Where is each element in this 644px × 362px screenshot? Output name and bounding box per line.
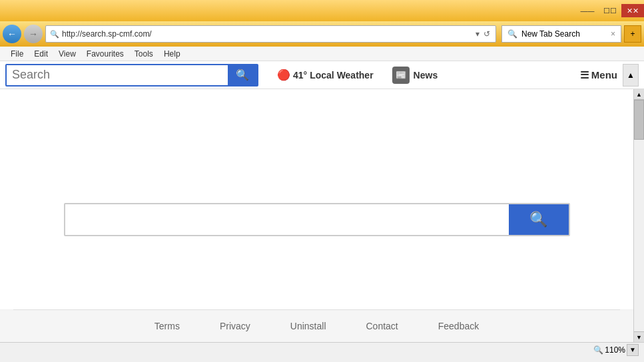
toolbar-search-box: 🔍 (5, 64, 258, 87)
menu-edit[interactable]: Edit (29, 48, 53, 60)
main-content: 🔍 (0, 89, 633, 309)
page-wrapper: 🔍 🔴 41° Local Weather 📰 News ☰ Menu ▲ (0, 61, 644, 342)
address-dropdown-button[interactable]: ▾ (474, 29, 481, 39)
footer-terms[interactable]: Terms (155, 321, 180, 331)
page-inner: 🔍 Terms Privacy Uninstall Contact Feedba… (0, 89, 644, 342)
scroll-up-button[interactable]: ▲ (634, 89, 644, 100)
footer-feedback[interactable]: Feedback (438, 321, 479, 331)
weather-temp: 41° (293, 70, 307, 81)
center-search-input[interactable] (65, 204, 509, 235)
forward-button[interactable]: → (24, 25, 43, 43)
footer-privacy[interactable]: Privacy (220, 321, 250, 331)
center-search-icon: 🔍 (529, 211, 547, 228)
menu-tools[interactable]: Tools (129, 48, 159, 60)
menu-label: Menu (591, 69, 617, 81)
menu-file[interactable]: File (5, 48, 29, 60)
new-tab-button[interactable]: + (624, 25, 641, 43)
maximize-button[interactable]: ☐ (599, 4, 621, 17)
tab-search-icon: 🔍 (507, 29, 517, 39)
footer-uninstall[interactable]: Uninstall (290, 321, 326, 331)
scrollbar: ▲ ▼ (633, 89, 644, 342)
menu-view[interactable]: View (53, 48, 81, 60)
page-body: 🔍 Terms Privacy Uninstall Contact Feedba… (0, 89, 633, 342)
scroll-thumb[interactable] (634, 100, 644, 140)
minimize-button[interactable]: — (576, 4, 599, 17)
nav-bar: ← → 🔍 ▾ ↺ 🔍 New Tab Search × + (0, 21, 644, 47)
weather-icon: 🔴 (277, 69, 290, 81)
toolbar-search-button[interactable]: 🔍 (228, 65, 257, 85)
status-bar: 🔍 110% ▼ (0, 342, 644, 357)
menu-bar: File Edit View Favourites Tools Help (0, 47, 644, 61)
hamburger-icon: ☰ (580, 69, 589, 81)
news-label: News (414, 70, 438, 81)
scroll-track (634, 100, 644, 331)
tab-search-display: 🔍 New Tab Search × (501, 25, 621, 43)
app-toolbar: 🔍 🔴 41° Local Weather 📰 News ☰ Menu ▲ (0, 61, 644, 89)
tab-close-button[interactable]: × (611, 29, 615, 39)
title-bar: — ☐ ✕ (0, 0, 644, 21)
footer-contact[interactable]: Contact (366, 321, 398, 331)
zoom-icon: 🔍 (593, 345, 603, 355)
toolbar-news[interactable]: 📰 News (392, 67, 438, 84)
toolbar-weather[interactable]: 🔴 41° Local Weather (277, 69, 374, 81)
toolbar-search-input[interactable] (7, 65, 228, 85)
menu-help[interactable]: Help (159, 48, 186, 60)
refresh-button[interactable]: ↺ (482, 29, 491, 39)
tab-search-label: New Tab Search (521, 29, 580, 39)
address-actions: ▾ ↺ (474, 29, 491, 39)
back-button[interactable]: ← (3, 25, 21, 43)
center-search-box: 🔍 (64, 203, 570, 236)
collapse-icon: ▲ (627, 71, 635, 80)
menu-favourites[interactable]: Favourites (81, 48, 129, 60)
zoom-controls: 🔍 110% ▼ (593, 344, 639, 356)
weather-label: Local Weather (310, 70, 373, 81)
address-search-icon: 🔍 (50, 30, 59, 39)
zoom-level: 110% (605, 345, 625, 355)
center-search-area: 🔍 (64, 203, 570, 236)
close-button[interactable]: ✕ (621, 4, 644, 17)
zoom-dropdown-button[interactable]: ▼ (627, 344, 639, 356)
center-search-button[interactable]: 🔍 (509, 204, 569, 235)
scroll-down-button[interactable]: ▼ (634, 331, 644, 342)
footer: Terms Privacy Uninstall Contact Feedback (0, 310, 633, 342)
toolbar-collapse-button[interactable]: ▲ (623, 64, 639, 87)
address-bar: 🔍 ▾ ↺ (45, 25, 496, 43)
toolbar-search-icon: 🔍 (236, 69, 249, 81)
news-icon: 📰 (392, 67, 410, 84)
address-input[interactable] (62, 29, 472, 39)
toolbar-menu-button[interactable]: ☰ Menu (580, 69, 617, 81)
title-bar-controls: — ☐ ✕ (576, 4, 644, 17)
